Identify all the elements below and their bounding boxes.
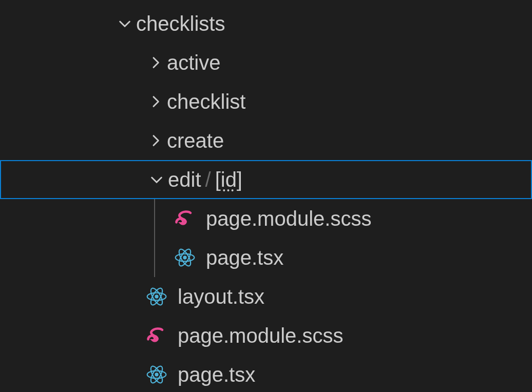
folder-label: checklist bbox=[167, 90, 245, 113]
chevron-right-icon bbox=[144, 54, 167, 71]
file-label: layout.tsx bbox=[178, 285, 264, 308]
folder-active[interactable]: active bbox=[0, 43, 532, 82]
file-label: page.tsx bbox=[206, 246, 283, 269]
file-page-tsx[interactable]: page.tsx bbox=[0, 238, 532, 277]
folder-label: active bbox=[167, 51, 221, 74]
chevron-down-icon bbox=[113, 15, 136, 32]
react-icon bbox=[172, 246, 198, 269]
sass-icon bbox=[144, 324, 169, 347]
file-page-module-scss-root[interactable]: page.module.scss bbox=[0, 316, 532, 355]
file-layout-tsx[interactable]: layout.tsx bbox=[0, 277, 532, 316]
file-page-module-scss[interactable]: page.module.scss bbox=[0, 199, 532, 238]
folder-label: create bbox=[167, 129, 224, 152]
chevron-right-icon bbox=[144, 132, 167, 149]
folder-create[interactable]: create bbox=[0, 121, 532, 160]
chevron-right-icon bbox=[144, 93, 167, 110]
svg-point-0 bbox=[183, 256, 186, 259]
file-page-tsx-root[interactable]: page.tsx bbox=[0, 355, 532, 392]
sass-icon bbox=[172, 207, 198, 230]
file-label: page.module.scss bbox=[206, 207, 371, 230]
react-icon bbox=[144, 285, 169, 308]
folder-checklist[interactable]: checklist bbox=[0, 82, 532, 121]
svg-point-8 bbox=[155, 373, 158, 376]
chevron-down-icon bbox=[145, 171, 168, 188]
folder-checklists[interactable]: checklists bbox=[0, 4, 532, 43]
folder-edit-id[interactable]: edit/[id] bbox=[0, 160, 532, 199]
file-label: page.module.scss bbox=[178, 324, 343, 347]
file-tree: checklists active checklist create edit/… bbox=[0, 0, 532, 392]
svg-point-4 bbox=[155, 295, 158, 298]
file-label: page.tsx bbox=[178, 363, 255, 386]
react-icon bbox=[144, 363, 169, 386]
folder-label: edit/[id] bbox=[168, 168, 242, 191]
folder-label: checklists bbox=[136, 12, 225, 35]
